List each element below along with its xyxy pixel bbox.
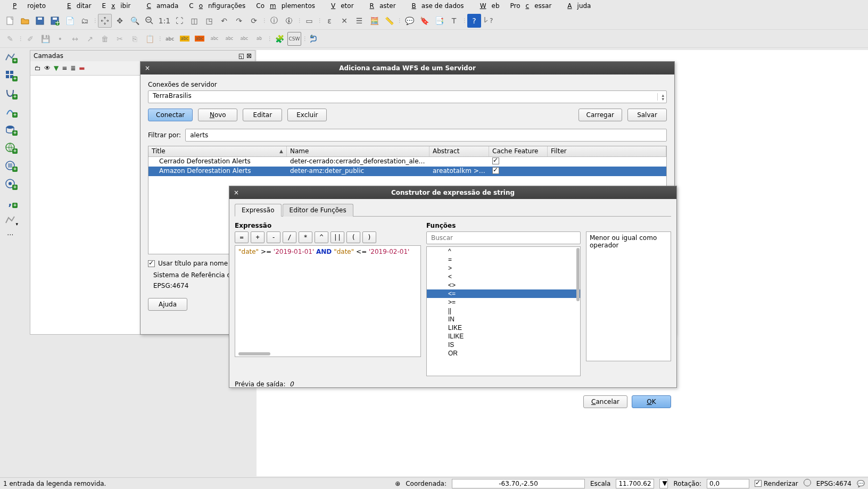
add-wcs-icon[interactable]: + bbox=[2, 159, 18, 172]
edit-icon[interactable]: ✐ bbox=[23, 32, 37, 46]
wfs-close-icon[interactable]: × bbox=[145, 64, 150, 72]
menu-raster[interactable]: Raster bbox=[359, 1, 401, 11]
more-icon[interactable]: ⋯ bbox=[2, 231, 18, 238]
th-name[interactable]: Name bbox=[287, 146, 429, 156]
function-item[interactable]: < bbox=[427, 272, 580, 281]
function-item[interactable]: <= bbox=[427, 289, 580, 298]
function-item[interactable]: ILIKE bbox=[427, 332, 580, 341]
load-button[interactable]: Carregar bbox=[578, 109, 622, 121]
label-1-icon[interactable]: abc bbox=[178, 32, 192, 46]
function-item[interactable]: LIKE bbox=[427, 324, 580, 332]
csw-icon[interactable]: CSW bbox=[287, 32, 301, 46]
table-row[interactable]: Amazon Deforestation Alerts deter-amz:de… bbox=[148, 167, 666, 176]
zoom-next-icon[interactable]: ↷ bbox=[232, 14, 246, 28]
function-item[interactable]: ^ bbox=[427, 247, 580, 255]
crs-label[interactable]: EPSG:4674 bbox=[816, 480, 852, 487]
render-checkbox[interactable]: Renderizar bbox=[755, 480, 798, 487]
open-icon[interactable] bbox=[18, 14, 32, 28]
menu-projeto[interactable]: Projeto bbox=[2, 1, 56, 11]
menu-vetor[interactable]: Vetor bbox=[320, 1, 359, 11]
label-2-icon[interactable]: abc bbox=[193, 32, 206, 46]
layer-add-group-icon[interactable]: 🗀 bbox=[35, 64, 41, 72]
tab-function-editor[interactable]: Editor de Funções bbox=[283, 204, 353, 217]
connect-button[interactable]: Conectar bbox=[148, 109, 193, 121]
label-3-icon[interactable]: abc bbox=[208, 32, 221, 46]
menu-camada[interactable]: Camada bbox=[136, 1, 184, 11]
edit-pencil-icon[interactable]: ✎ bbox=[3, 32, 17, 46]
new-project-icon[interactable] bbox=[3, 14, 17, 28]
expr-close-icon[interactable]: × bbox=[234, 189, 239, 196]
function-list[interactable]: ^=><<><=>=||INLIKEILIKEISOR bbox=[426, 246, 581, 376]
toggle-extents-icon[interactable]: ⊕ bbox=[395, 480, 400, 487]
function-item[interactable]: >= bbox=[427, 298, 580, 306]
new-shapefile-icon[interactable]: ▾ bbox=[2, 213, 18, 227]
op-pow[interactable]: ^ bbox=[315, 231, 328, 243]
function-item[interactable]: = bbox=[427, 255, 580, 264]
add-spatialite-icon[interactable]: + bbox=[2, 104, 18, 118]
op-rparen[interactable]: ) bbox=[362, 231, 376, 243]
th-filter[interactable]: Filter bbox=[548, 146, 666, 156]
scale-dropdown-icon[interactable]: ▼ bbox=[659, 479, 668, 488]
function-item[interactable]: > bbox=[427, 264, 580, 272]
menu-bar[interactable]: Projeto Editar Exibir Camada Configuraçõ… bbox=[0, 0, 868, 12]
zoom-full-icon[interactable]: ⛶ bbox=[172, 14, 186, 28]
save-as-icon[interactable]: + bbox=[48, 14, 62, 28]
add-feature-icon[interactable]: • bbox=[53, 32, 67, 46]
menu-ajuda[interactable]: Ajuda bbox=[557, 1, 596, 11]
new-button[interactable]: Novo bbox=[198, 109, 237, 121]
menu-editar[interactable]: Editar bbox=[56, 1, 97, 11]
expression-editor[interactable]: "date" >= '2019-01-01' AND "date" <= '20… bbox=[235, 245, 421, 357]
zoom-native-icon[interactable]: 1:1 bbox=[158, 14, 171, 28]
zoom-layer-icon[interactable]: ◳ bbox=[202, 14, 216, 28]
menu-complementos[interactable]: Complementos bbox=[251, 1, 320, 11]
label-6-icon[interactable]: ab bbox=[252, 32, 266, 46]
op-eq[interactable]: = bbox=[235, 231, 249, 243]
pan-selection-icon[interactable]: ✥ bbox=[113, 14, 127, 28]
op-plus[interactable]: + bbox=[251, 231, 264, 243]
python-console-icon[interactable] bbox=[308, 32, 321, 46]
deselect-icon[interactable]: ✕ bbox=[337, 14, 351, 28]
map-tips-icon[interactable]: 💬 bbox=[402, 14, 416, 28]
menu-exibir[interactable]: Exibir bbox=[97, 1, 136, 11]
menu-configuracoes[interactable]: Configurações bbox=[184, 1, 251, 11]
identify-tool-icon[interactable]: 🛈 bbox=[282, 14, 296, 28]
delete-icon[interactable]: 🗑 bbox=[98, 32, 112, 46]
menu-web[interactable]: Web bbox=[469, 1, 505, 11]
op-mul[interactable]: * bbox=[299, 231, 312, 243]
layer-collapse-icon[interactable]: ≣ bbox=[70, 64, 76, 72]
cache-checkbox[interactable] bbox=[492, 167, 499, 174]
refresh-icon[interactable]: ⟳ bbox=[247, 14, 261, 28]
add-vector-icon[interactable]: + bbox=[2, 50, 18, 64]
tab-expression[interactable]: Expressão bbox=[235, 204, 282, 217]
panel-undock-icon[interactable]: ◱ bbox=[238, 52, 244, 60]
rotation-input[interactable] bbox=[707, 479, 749, 488]
add-delimited-icon[interactable]: ,+ bbox=[2, 195, 18, 209]
table-row[interactable]: Cerrado Deforestation Alerts deter-cerra… bbox=[148, 157, 666, 167]
messages-icon[interactable]: 💬 bbox=[857, 480, 865, 487]
label-5-icon[interactable]: abc bbox=[237, 32, 251, 46]
panel-close-icon[interactable]: ⊠ bbox=[246, 52, 252, 60]
add-postgis-icon[interactable]: + bbox=[2, 86, 18, 100]
ok-button[interactable]: OK bbox=[632, 395, 671, 408]
function-item[interactable]: <> bbox=[427, 281, 580, 289]
add-mssql-icon[interactable]: + bbox=[2, 122, 18, 136]
function-search-input[interactable] bbox=[426, 231, 581, 244]
menu-basedados[interactable]: Base de dados bbox=[401, 1, 469, 11]
zoom-selection-icon[interactable]: ◫ bbox=[187, 14, 201, 28]
abc-icon[interactable]: abc bbox=[163, 32, 177, 46]
op-div[interactable]: / bbox=[283, 231, 296, 243]
zoom-in-icon[interactable]: 🔍 bbox=[128, 14, 142, 28]
plugin-metasearch-icon[interactable]: 🧩 bbox=[272, 32, 286, 46]
scale-input[interactable] bbox=[616, 479, 654, 488]
whats-this-icon[interactable]: ? bbox=[482, 14, 496, 28]
zoom-out-icon[interactable] bbox=[143, 14, 156, 28]
cancel-button[interactable]: Cancelar bbox=[583, 395, 627, 408]
filter-input[interactable] bbox=[185, 129, 667, 142]
copy-icon[interactable]: ⎘ bbox=[128, 32, 142, 46]
function-item[interactable]: || bbox=[427, 306, 580, 315]
crs-icon[interactable] bbox=[804, 479, 811, 488]
paste-icon[interactable]: 📋 bbox=[143, 32, 156, 46]
identify-icon[interactable]: ⓘ bbox=[267, 14, 281, 28]
layer-filter-icon[interactable]: ▼ bbox=[54, 64, 59, 72]
save-button[interactable]: Salvar bbox=[627, 109, 667, 121]
